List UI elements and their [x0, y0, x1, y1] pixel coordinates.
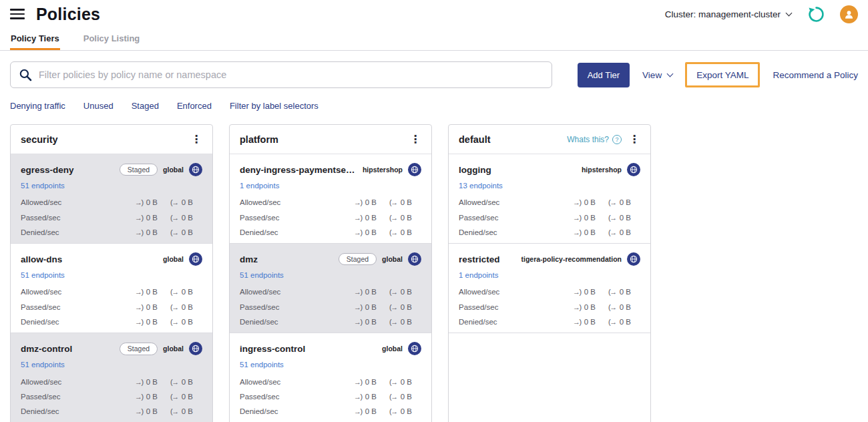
policy-card[interactable]: restricted tigera-policy-recommendation …	[449, 244, 650, 333]
policy-card[interactable]: deny-ingress-paymentservi... hipstershop…	[230, 154, 431, 244]
quick-filters: Denying traffic Unused Staged Enforced F…	[0, 88, 868, 111]
add-tier-button[interactable]: Add Tier	[578, 63, 630, 87]
egress-stat: (→0 B	[389, 378, 421, 386]
egress-icon: (→	[389, 393, 397, 401]
tier-column-default: default Whats this? ? ⋮ logging hipsters…	[448, 124, 651, 422]
history-icon[interactable]	[807, 5, 825, 23]
egress-stat: (→0 B	[389, 393, 421, 401]
filter-enforced[interactable]: Enforced	[177, 101, 212, 111]
egress-stat: (→0 B	[608, 303, 640, 311]
recommend-policy-link[interactable]: Recommend a Policy	[773, 70, 858, 80]
policy-card-top: restricted tigera-policy-recommendation	[459, 250, 640, 268]
hamburger-menu-icon[interactable]	[10, 9, 25, 19]
policy-card[interactable]: logging hipstershop 13 endpoints Allowed…	[449, 154, 650, 244]
ingress-value: 0 B	[365, 407, 377, 415]
ingress-value: 0 B	[365, 198, 377, 206]
egress-value: 0 B	[182, 288, 193, 296]
filter-staged[interactable]: Staged	[132, 101, 159, 111]
policies-page: Policies Cluster: management-cluster Pol…	[0, 0, 868, 422]
endpoints-link[interactable]: 51 endpoints	[240, 360, 284, 369]
ingress-stat: →)0 B	[135, 228, 170, 236]
endpoints-link[interactable]: 51 endpoints	[21, 270, 65, 280]
egress-value: 0 B	[620, 214, 631, 222]
policy-card[interactable]: dmz Staged global 51 endpoints Allowed/s…	[230, 244, 431, 333]
stat-row: Denied/sec →)0 B (→0 B	[459, 314, 640, 329]
filter-label-selectors[interactable]: Filter by label selectors	[230, 101, 318, 111]
ingress-stat: →)0 B	[573, 214, 608, 222]
policy-name: deny-ingress-paymentservi...	[240, 165, 357, 175]
globe-icon	[189, 252, 202, 266]
stat-label: Passed/sec	[240, 303, 354, 311]
stat-row: Denied/sec →)0 B (→0 B	[240, 314, 421, 329]
kebab-menu-icon[interactable]: ⋮	[409, 133, 421, 146]
endpoints-link[interactable]: 51 endpoints	[21, 360, 65, 369]
globe-icon	[408, 252, 421, 266]
policy-name: egress-deny	[21, 165, 114, 175]
stat-row: Denied/sec →)0 B (→0 B	[21, 225, 202, 240]
globe-icon	[189, 163, 202, 176]
export-yaml-button[interactable]: Export YAML	[685, 62, 760, 87]
endpoints-link[interactable]: 51 endpoints	[240, 270, 284, 280]
policy-name: restricted	[459, 254, 515, 264]
stat-label: Denied/sec	[240, 228, 354, 236]
search-box	[10, 61, 552, 88]
ingress-value: 0 B	[146, 214, 158, 222]
filter-unused[interactable]: Unused	[83, 101, 114, 111]
ingress-icon: →)	[573, 318, 581, 326]
endpoints-link[interactable]: 51 endpoints	[21, 181, 65, 190]
policy-scope-label: global	[382, 345, 403, 353]
stat-row: Allowed/sec →)0 B (→0 B	[21, 374, 202, 389]
egress-value: 0 B	[620, 228, 631, 236]
policy-card[interactable]: dmz-control Staged global 51 endpoints A…	[11, 333, 212, 422]
tab-policy-tiers[interactable]: Policy Tiers	[10, 28, 60, 50]
egress-icon: (→	[608, 198, 616, 206]
kebab-menu-icon[interactable]: ⋮	[628, 133, 640, 146]
ingress-value: 0 B	[146, 288, 158, 296]
ingress-value: 0 B	[146, 378, 158, 386]
policy-card[interactable]: ingress-control global 51 endpoints Allo…	[230, 333, 431, 422]
policy-card[interactable]: egress-deny Staged global 51 endpoints A…	[11, 154, 212, 244]
policy-card[interactable]: allow-dns global 51 endpoints Allowed/se…	[11, 244, 212, 333]
ingress-value: 0 B	[365, 378, 377, 386]
ingress-icon: →)	[573, 198, 581, 206]
ingress-value: 0 B	[365, 214, 377, 222]
tier-name: platform	[240, 134, 403, 145]
egress-icon: (→	[389, 378, 397, 386]
tier-column-security: security ⋮ egress-deny Staged global 51 …	[10, 124, 213, 422]
policy-scope-label: global	[163, 345, 184, 353]
endpoints-link[interactable]: 13 endpoints	[459, 181, 503, 190]
stat-row: Passed/sec →)0 B (→0 B	[240, 389, 421, 404]
cluster-selector[interactable]: Cluster: management-cluster	[665, 9, 791, 19]
policy-card-top: dmz Staged global	[240, 250, 421, 268]
kebab-menu-icon[interactable]: ⋮	[190, 133, 202, 146]
egress-icon: (→	[608, 228, 616, 236]
stat-label: Allowed/sec	[459, 198, 573, 206]
egress-stat: (→0 B	[389, 214, 421, 222]
egress-value: 0 B	[182, 228, 193, 236]
ingress-stat: →)0 B	[135, 378, 170, 386]
policy-scope-label: global	[382, 255, 403, 263]
egress-icon: (→	[389, 228, 397, 236]
tab-policy-listing[interactable]: Policy Listing	[83, 28, 141, 50]
ingress-icon: →)	[354, 198, 362, 206]
user-avatar[interactable]	[840, 5, 858, 23]
filter-denying-traffic[interactable]: Denying traffic	[10, 101, 65, 111]
ingress-stat: →)0 B	[354, 228, 389, 236]
ingress-stat: →)0 B	[573, 228, 608, 236]
endpoints-link[interactable]: 1 endpoints	[240, 181, 279, 190]
egress-value: 0 B	[182, 214, 193, 222]
egress-stat: (→0 B	[170, 393, 202, 401]
whats-this-link[interactable]: Whats this? ?	[567, 135, 622, 144]
search-input[interactable]	[39, 69, 544, 80]
view-dropdown[interactable]: View	[642, 70, 672, 80]
staged-badge: Staged	[339, 253, 377, 266]
whats-this-label: Whats this?	[567, 135, 609, 144]
endpoints-link[interactable]: 1 endpoints	[459, 270, 498, 280]
stat-label: Allowed/sec	[240, 288, 354, 296]
policy-scope-label: global	[163, 255, 184, 263]
stat-label: Allowed/sec	[240, 198, 354, 206]
page-title: Policies	[36, 5, 100, 24]
egress-stat: (→0 B	[170, 288, 202, 296]
ingress-icon: →)	[135, 378, 143, 386]
ingress-stat: →)0 B	[573, 318, 608, 326]
